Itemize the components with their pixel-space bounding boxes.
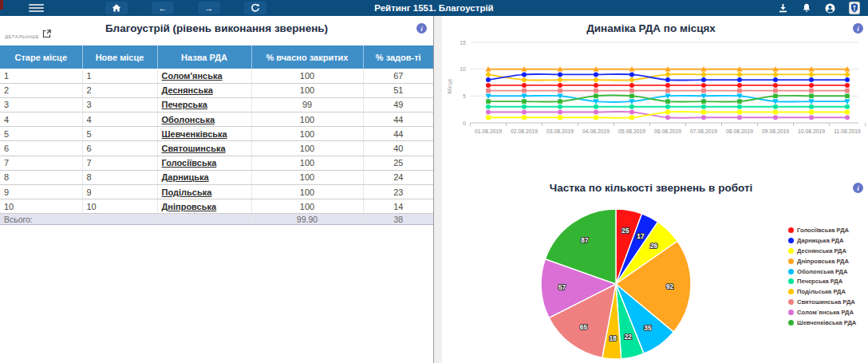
data-point-marker [845, 94, 850, 99]
data-point-marker [522, 72, 527, 77]
legend-item[interactable]: Печерська РДА [788, 276, 868, 286]
download-button[interactable] [778, 3, 788, 13]
legend-item[interactable]: Оболонська РДА [788, 266, 868, 277]
rda-link[interactable]: Подільська [162, 187, 212, 197]
legend-item[interactable]: Дарницька РДА [788, 235, 868, 246]
menu-button[interactable] [29, 4, 44, 14]
data-point-marker [665, 89, 670, 93]
data-point-marker [701, 110, 706, 115]
charts-panel: Динаміка РДА по місцях i 051015Місце01.0… [434, 16, 868, 363]
data-point-marker [558, 116, 562, 120]
data-point-marker [773, 115, 778, 120]
ranking-table-body: 11Солом'янська1006722Деснянська1005133Пе… [0, 69, 433, 214]
legend-label: Солом`янська РДА [797, 309, 854, 316]
legend-swatch [788, 248, 794, 254]
data-point-marker [773, 89, 778, 93]
data-point-marker [558, 89, 562, 93]
legend-item[interactable]: Шевченківська РДА [788, 318, 868, 328]
browser-nav-buttons: ← → [105, 2, 266, 14]
data-point-marker [665, 99, 670, 104]
table-header-row: Старе місцеНове місцеНазва РДА% вчасно з… [0, 45, 433, 69]
info-icon[interactable]: i [853, 183, 863, 193]
ranking-table: Старе місцеНове місцеНазва РДА% вчасно з… [0, 45, 433, 225]
info-icon[interactable]: i [853, 23, 863, 34]
line-chart: 051015Місце01.08.201902.08.201903.08.201… [444, 37, 866, 152]
user-icon [825, 3, 835, 14]
y-tick-label: 10 [460, 66, 466, 72]
data-point-marker [845, 83, 850, 88]
data-point-marker [629, 116, 634, 120]
rda-link[interactable]: Шевченківська [162, 129, 227, 139]
data-point-marker [809, 89, 814, 93]
home-button[interactable] [105, 2, 128, 14]
data-point-marker [558, 105, 562, 109]
legend-swatch [788, 269, 794, 274]
data-point-marker [522, 105, 527, 109]
data-point-marker [845, 77, 850, 82]
data-point-marker [665, 77, 670, 82]
data-point-marker [558, 110, 562, 115]
table-row: 11Солом'янська10067 [0, 69, 433, 83]
data-point-marker [737, 115, 742, 120]
column-header: Нове місце [82, 45, 157, 69]
data-point-marker [558, 72, 562, 77]
x-tick-label: 06.08.2019 [654, 128, 681, 134]
column-header: Старе місце [0, 45, 82, 69]
refresh-icon [251, 3, 260, 13]
data-point-marker [522, 116, 527, 120]
slice-value-label: 65 [580, 324, 588, 331]
legend-item[interactable]: Деснянська РДА [788, 246, 868, 256]
data-point-marker [629, 110, 634, 115]
data-point-marker [809, 83, 814, 88]
data-point-marker [665, 72, 671, 78]
data-point-marker [845, 89, 850, 93]
data-point-marker [629, 94, 634, 99]
legend-swatch [788, 299, 794, 305]
data-point-marker [737, 105, 742, 109]
data-point-marker [665, 110, 670, 115]
user-button[interactable] [825, 3, 835, 14]
y-tick-label: 0 [463, 120, 466, 126]
data-point-marker [557, 77, 563, 83]
table-title: Благоустрій (рівень виконання звернень) [0, 22, 433, 34]
data-point-marker [629, 83, 634, 88]
data-point-marker [593, 77, 599, 83]
rda-link[interactable]: Оболонська [162, 115, 215, 124]
corner-accent [0, 0, 3, 10]
data-point-marker [845, 105, 850, 109]
forward-button[interactable]: → [198, 2, 220, 14]
legend-item[interactable]: Солом`янська РДА [788, 307, 868, 318]
table-row: 66Святошинська10040 [0, 141, 433, 156]
data-point-marker [558, 83, 562, 88]
rda-link[interactable]: Святошинська [162, 144, 226, 153]
data-point-marker [773, 105, 778, 109]
info-icon[interactable]: i [416, 23, 427, 34]
rda-link[interactable]: Солом'янська [162, 71, 223, 81]
rda-link[interactable]: Деснянська [162, 85, 213, 95]
table-row: 33Печерська9949 [0, 97, 433, 112]
rda-link[interactable]: Дарницька [162, 172, 209, 182]
x-tick-label: 05.08.2019 [618, 128, 645, 134]
download-icon [778, 3, 788, 13]
legend-item[interactable]: Дніпровська РДА [788, 256, 868, 266]
data-point-marker [809, 105, 814, 109]
rda-link[interactable]: Дніпровська [162, 202, 217, 211]
data-point-marker [737, 77, 742, 82]
legend-item[interactable]: Подільська РДА [788, 286, 868, 297]
slice-value-label: 22 [625, 333, 633, 341]
data-point-marker [773, 83, 778, 88]
rda-link[interactable]: Печерська [162, 100, 207, 109]
legend-item[interactable]: Святошинська РДА [788, 297, 868, 307]
data-point-marker [773, 77, 778, 82]
legend-swatch [788, 227, 794, 233]
data-point-marker [700, 72, 707, 78]
back-button[interactable]: ← [152, 2, 174, 14]
x-tick-label: 07.08.2019 [690, 128, 717, 134]
table-row: 1010Дніпровська10014 [0, 199, 433, 214]
notifications-button[interactable] [802, 3, 811, 13]
legend-item[interactable]: Голосіївська РДА [788, 225, 868, 235]
data-point-marker [773, 110, 778, 115]
refresh-button[interactable] [244, 2, 266, 14]
rda-link[interactable]: Голосіївська [162, 158, 217, 168]
legend-label: Оболонська РДА [797, 268, 848, 275]
